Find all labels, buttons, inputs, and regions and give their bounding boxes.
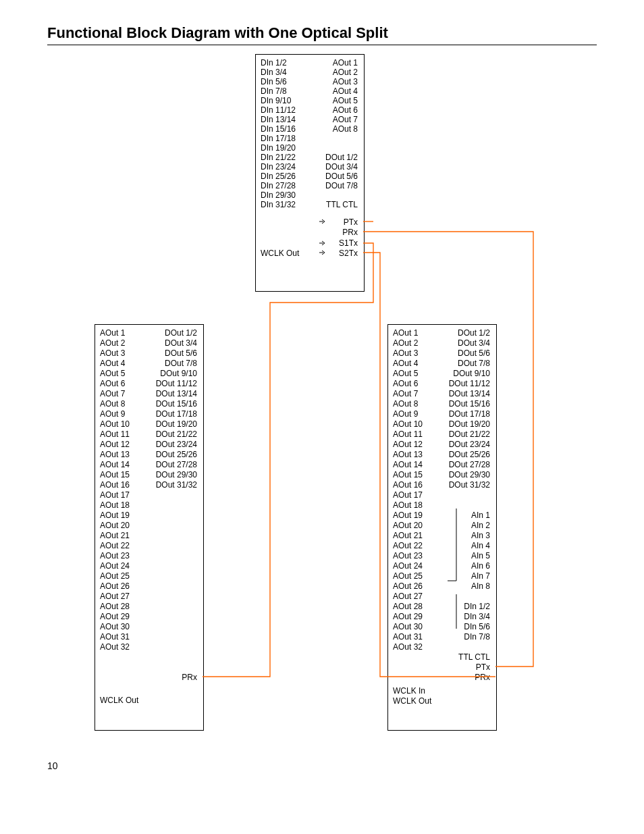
rb-dout: DOut 19/20 [449, 419, 490, 429]
top-din: DIn 3/4 [261, 68, 287, 77]
rb-dout: DOut 15/16 [449, 399, 490, 409]
rb-dout: DOut 23/24 [449, 440, 490, 449]
top-din: DIn 23/24 [261, 162, 296, 172]
rb-aout: AOut 14 [393, 460, 423, 469]
rb-aout: AOut 10 [393, 419, 423, 429]
top-aout: AOut 8 [333, 124, 358, 134]
rb-din: DIn 7/8 [464, 632, 490, 642]
lb-aout: AOut 11 [100, 429, 130, 439]
lb-aout: AOut 18 [100, 500, 130, 510]
rb-aout: AOut 30 [393, 622, 423, 631]
rb-aout: AOut 5 [393, 369, 418, 378]
rb-ptx: PTx [476, 662, 490, 672]
top-din: DIn 1/2 [261, 58, 287, 68]
lb-aout: AOut 31 [100, 632, 130, 642]
lb-aout: AOut 10 [100, 419, 130, 429]
rb-din: DIn 5/6 [464, 622, 490, 631]
lb-dout: DOut 5/6 [165, 348, 197, 358]
top-prx: PRx [342, 228, 358, 237]
rb-aout: AOut 18 [393, 500, 423, 510]
rb-din: DIn 1/2 [464, 602, 490, 611]
lb-aout: AOut 26 [100, 581, 130, 591]
rb-dout: DOut 27/28 [449, 460, 490, 469]
lb-dout: DOut 15/16 [156, 399, 197, 409]
rb-dout: DOut 21/22 [449, 429, 490, 439]
top-dout: DOut 3/4 [325, 162, 358, 172]
rb-ain: AIn 2 [471, 521, 490, 530]
lb-dout: DOut 7/8 [165, 359, 197, 368]
lb-dout: DOut 23/24 [156, 440, 197, 449]
rb-aout: AOut 22 [393, 541, 423, 550]
rb-wclkin: WCLK In [393, 686, 425, 696]
lb-aout: AOut 14 [100, 460, 130, 469]
top-din: DIn 11/12 [261, 105, 296, 115]
rb-dout: DOut 13/14 [449, 389, 490, 398]
lb-aout: AOut 24 [100, 561, 130, 571]
lb-aout: AOut 6 [100, 379, 125, 388]
rb-dout: DOut 1/2 [458, 328, 490, 338]
lb-dout: DOut 19/20 [156, 419, 197, 429]
lb-dout: DOut 9/10 [160, 369, 197, 378]
top-ptx: PTx [344, 217, 358, 227]
rb-aout: AOut 16 [393, 480, 423, 490]
rb-aout: AOut 27 [393, 592, 423, 601]
top-din: DIn 29/30 [261, 190, 296, 200]
top-dout: DOut 1/2 [325, 153, 358, 162]
title-rule [47, 45, 597, 45]
rb-aout: AOut 23 [393, 551, 423, 561]
top-din: DIn 21/22 [261, 153, 296, 162]
top-aout: AOut 2 [333, 68, 358, 77]
lb-dout: DOut 31/32 [156, 480, 197, 490]
lb-aout: AOut 5 [100, 369, 125, 378]
rb-ain: AIn 5 [471, 551, 490, 561]
rb-aout: AOut 6 [393, 379, 418, 388]
rb-wclkout: WCLK Out [393, 696, 431, 706]
lb-dout: DOut 1/2 [165, 328, 197, 338]
rb-aout: AOut 9 [393, 409, 418, 419]
top-din: DIn 31/32 [261, 200, 296, 209]
rb-aout: AOut 2 [393, 338, 418, 348]
rb-dout: DOut 25/26 [449, 450, 490, 459]
lb-aout: AOut 9 [100, 409, 125, 419]
top-din: DIn 27/28 [261, 181, 296, 190]
lb-aout: AOut 16 [100, 480, 130, 490]
rb-aout: AOut 21 [393, 531, 423, 540]
rb-dout: DOut 31/32 [449, 480, 490, 490]
lb-aout: AOut 17 [100, 490, 130, 500]
rb-ttl: TTL CTL [458, 652, 490, 662]
rb-dout: DOut 11/12 [449, 379, 490, 388]
lb-wclk: WCLK Out [100, 696, 138, 705]
lb-aout: AOut 8 [100, 399, 125, 409]
rb-dout: DOut 9/10 [453, 369, 490, 378]
lb-prx: PRx [182, 673, 197, 682]
lb-aout: AOut 15 [100, 470, 130, 479]
rb-prx: PRx [475, 673, 490, 682]
top-din: DIn 13/14 [261, 115, 296, 124]
rb-dout: DOut 29/30 [449, 470, 490, 479]
rb-aout: AOut 17 [393, 490, 423, 500]
rb-dout: DOut 17/18 [449, 409, 490, 419]
page-number: 10 [47, 760, 58, 771]
rb-aout: AOut 25 [393, 571, 423, 581]
rb-aout: AOut 32 [393, 642, 423, 652]
rb-aout: AOut 4 [393, 359, 418, 368]
rb-aout: AOut 7 [393, 389, 418, 398]
top-aout: AOut 7 [333, 115, 358, 124]
top-aout: AOut 1 [333, 58, 358, 68]
rb-din: DIn 3/4 [464, 612, 490, 621]
rb-aout: AOut 1 [393, 328, 418, 338]
lb-aout: AOut 12 [100, 440, 130, 449]
lb-dout: DOut 29/30 [156, 470, 197, 479]
lb-aout: AOut 19 [100, 511, 130, 520]
lb-dout: DOut 21/22 [156, 429, 197, 439]
top-din: DIn 19/20 [261, 143, 296, 153]
rb-ain: AIn 3 [471, 531, 490, 540]
lb-dout: DOut 13/14 [156, 389, 197, 398]
top-ttl: TTL CTL [326, 200, 358, 209]
rb-aout: AOut 19 [393, 511, 423, 520]
lb-aout: AOut 28 [100, 602, 130, 611]
top-dout: DOut 7/8 [325, 181, 358, 190]
lb-dout: DOut 17/18 [156, 409, 197, 419]
top-s2tx: S2Tx [339, 249, 358, 258]
lb-aout: AOut 7 [100, 389, 125, 398]
